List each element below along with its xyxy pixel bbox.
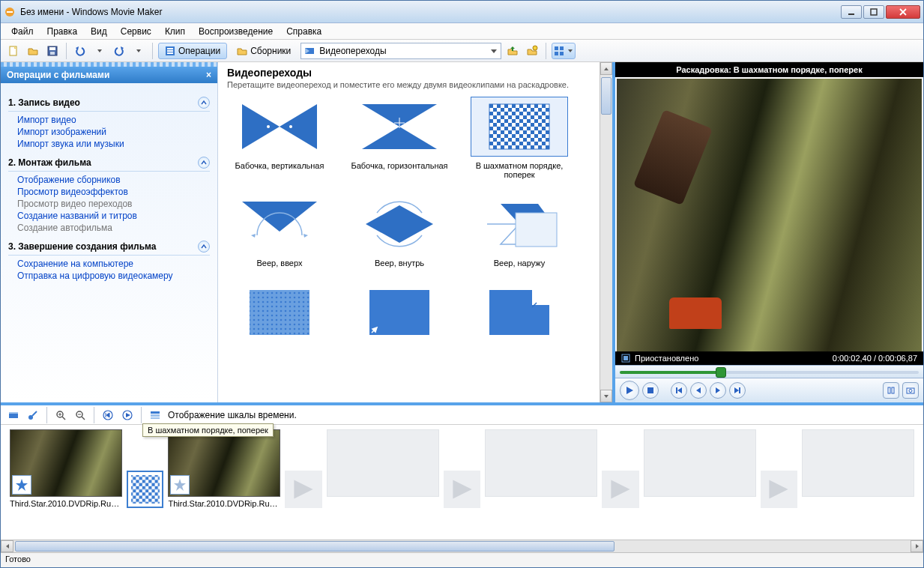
transition-slot-3[interactable] bbox=[444, 471, 480, 508]
clip-empty[interactable] bbox=[485, 429, 597, 535]
svg-point-13 bbox=[533, 46, 537, 50]
link-effects[interactable]: Просмотр видеоэффектов bbox=[17, 187, 210, 197]
transition-item[interactable]: Веер, внутрь bbox=[347, 194, 452, 268]
tasks-header: Операции с фильмами × bbox=[1, 67, 217, 83]
prev-button[interactable] bbox=[671, 382, 687, 399]
zoom-in-button[interactable] bbox=[52, 407, 69, 423]
stop-button[interactable] bbox=[642, 382, 659, 399]
maximize-button[interactable] bbox=[863, 5, 884, 19]
scroll-up-button[interactable] bbox=[600, 62, 612, 75]
menu-clip[interactable]: Клип bbox=[159, 25, 191, 38]
storyboard-strip[interactable]: Third.Star.2010.DVDRip.Rus-... Third.Sta… bbox=[1, 425, 923, 540]
link-transitions[interactable]: Просмотр видео переходов bbox=[17, 199, 210, 209]
tasks-button[interactable]: Операции bbox=[158, 43, 227, 59]
zoom-out-button[interactable] bbox=[72, 407, 88, 423]
clip-empty[interactable] bbox=[327, 429, 439, 535]
save-button[interactable] bbox=[44, 43, 61, 59]
link-titles[interactable]: Создание названий и титров bbox=[17, 211, 210, 221]
menu-service[interactable]: Сервис bbox=[115, 25, 157, 38]
section-finish[interactable]: 3. Завершение создания фильма bbox=[8, 241, 210, 256]
split-button[interactable] bbox=[883, 382, 899, 399]
menu-help[interactable]: Справка bbox=[280, 25, 327, 38]
menu-file[interactable]: Файл bbox=[5, 25, 40, 38]
undo-button[interactable] bbox=[72, 43, 88, 59]
clip-empty[interactable] bbox=[802, 429, 914, 535]
show-timeline-icon[interactable] bbox=[147, 407, 163, 423]
transition-item[interactable] bbox=[467, 283, 572, 347]
timeline-view-button[interactable] bbox=[5, 407, 22, 423]
section-edit[interactable]: 2. Монтаж фильма bbox=[8, 157, 210, 172]
vertical-scrollbar[interactable] bbox=[600, 62, 612, 402]
transition-slot-1[interactable] bbox=[127, 471, 163, 508]
up-button[interactable] bbox=[504, 43, 521, 59]
link-save-pc[interactable]: Сохранение на компьютере bbox=[17, 259, 210, 269]
transition-slot-5[interactable] bbox=[761, 471, 797, 508]
transition-item[interactable] bbox=[227, 283, 332, 347]
transition-item[interactable]: Веер, вверх bbox=[227, 194, 332, 268]
menu-view[interactable]: Вид bbox=[85, 25, 113, 38]
effect-slot-icon[interactable] bbox=[12, 475, 31, 495]
svg-rect-7 bbox=[50, 52, 55, 55]
section-capture[interactable]: 1. Запись видео bbox=[8, 97, 210, 112]
scroll-thumb[interactable] bbox=[601, 77, 612, 115]
seek-bar[interactable] bbox=[615, 365, 923, 378]
horizontal-scrollbar[interactable] bbox=[1, 540, 923, 552]
snapshot-button[interactable] bbox=[902, 382, 919, 399]
svg-rect-16 bbox=[555, 52, 558, 55]
minimize-button[interactable] bbox=[841, 5, 862, 19]
link-import-audio[interactable]: Импорт звука или музыки bbox=[17, 139, 210, 149]
new-button[interactable] bbox=[5, 43, 22, 59]
next-button[interactable] bbox=[729, 382, 746, 399]
link-send-dv[interactable]: Отправка на цифровую видеокамеру bbox=[17, 271, 210, 281]
rewind-button[interactable] bbox=[100, 407, 116, 423]
svg-point-19 bbox=[289, 125, 292, 128]
view-button[interactable] bbox=[552, 43, 576, 59]
link-import-video[interactable]: Импорт видео bbox=[17, 115, 210, 125]
undo-drop[interactable] bbox=[91, 43, 108, 59]
close-button[interactable] bbox=[886, 5, 920, 19]
titlebar[interactable]: Без имени - Windows Movie Maker bbox=[1, 1, 923, 23]
link-automovie[interactable]: Создание автофильма bbox=[17, 223, 210, 233]
seek-handle[interactable] bbox=[716, 367, 726, 378]
menu-edit[interactable]: Правка bbox=[41, 25, 84, 38]
location-combo[interactable]: Видеопереходы bbox=[301, 43, 501, 59]
play-button[interactable] bbox=[620, 381, 639, 400]
preview-title: Раскадровка: В шахматном порядке, попере… bbox=[615, 62, 923, 77]
transition-slot-4[interactable] bbox=[602, 471, 638, 508]
clip-empty[interactable] bbox=[644, 429, 756, 535]
clip-1[interactable]: Third.Star.2010.DVDRip.Rus-... bbox=[10, 429, 122, 535]
scroll-left-button[interactable] bbox=[1, 540, 13, 552]
open-button[interactable] bbox=[25, 43, 41, 59]
effect-slot-icon[interactable] bbox=[170, 475, 190, 495]
timeline-label[interactable]: Отображение шкалы времени. bbox=[168, 410, 297, 420]
transition-item[interactable]: Бабочка, горизонтальная bbox=[347, 97, 452, 179]
redo-drop[interactable] bbox=[130, 43, 147, 59]
newfolder-button[interactable] bbox=[524, 43, 540, 59]
svg-rect-17 bbox=[560, 52, 564, 55]
transition-slot-2[interactable] bbox=[285, 471, 321, 508]
tasks-pane: Операции с фильмами × 1. Запись видео Им… bbox=[1, 62, 218, 402]
link-import-images[interactable]: Импорт изображений bbox=[17, 127, 210, 137]
scroll-down-button[interactable] bbox=[600, 390, 612, 402]
pause-status-icon bbox=[621, 354, 630, 363]
svg-rect-24 bbox=[516, 213, 557, 247]
audio-levels-button[interactable] bbox=[25, 407, 41, 423]
clip-label: Third.Star.2010.DVDRip.Rus-... bbox=[10, 499, 122, 508]
redo-button[interactable] bbox=[111, 43, 127, 59]
collections-button[interactable]: Сборники bbox=[230, 43, 298, 59]
clip-2[interactable]: Third.Star.2010.DVDRip.Rus-... bbox=[168, 429, 280, 535]
transitions-pane: Видеопереходы Перетащите видеопереход и … bbox=[218, 62, 612, 402]
scroll-right-button[interactable] bbox=[911, 540, 923, 552]
transition-item[interactable]: Веер, наружу bbox=[467, 194, 572, 268]
step-back-button[interactable] bbox=[690, 382, 707, 399]
menu-play[interactable]: Воспроизведение bbox=[193, 25, 279, 38]
play-timeline-button[interactable] bbox=[119, 407, 136, 423]
svg-rect-11 bbox=[167, 52, 173, 54]
hscroll-thumb[interactable] bbox=[15, 541, 615, 552]
step-fwd-button[interactable] bbox=[710, 382, 726, 399]
transition-item[interactable] bbox=[347, 283, 452, 347]
transition-item[interactable]: В шахматном порядке, поперек bbox=[467, 97, 572, 179]
link-collections[interactable]: Отображение сборников bbox=[17, 175, 210, 185]
transition-item[interactable]: Бабочка, вертикальная bbox=[227, 97, 332, 179]
close-icon[interactable]: × bbox=[206, 70, 211, 80]
